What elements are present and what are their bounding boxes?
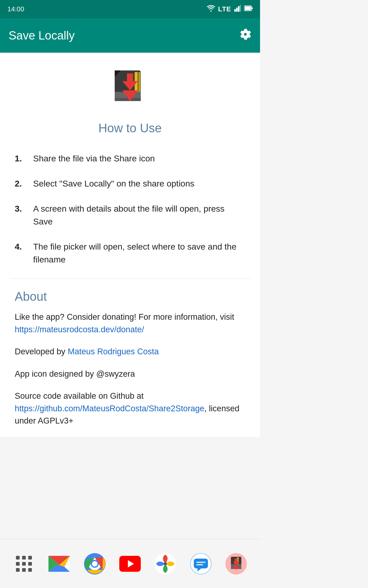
youtube-icon[interactable]: [118, 552, 142, 576]
step-number-2: 2.: [15, 177, 33, 190]
status-icons: LTE: [207, 5, 253, 13]
source-code-link[interactable]: https://github.com/MateusRodCosta/Share2…: [15, 404, 204, 413]
about-developer-text: Developed by: [15, 347, 65, 356]
svg-rect-30: [194, 559, 208, 568]
svg-rect-6: [251, 7, 253, 9]
pinwheel-icon[interactable]: [153, 552, 178, 576]
svg-rect-32: [196, 562, 205, 563]
svg-rect-33: [196, 564, 203, 565]
svg-rect-1: [234, 9, 236, 12]
about-donate-text: Like the app? Consider donating! For mor…: [15, 312, 234, 322]
step-text-1: Share the file via the Share icon: [33, 152, 155, 165]
step-item-1: 1. Share the file via the Share icon: [15, 146, 245, 171]
apps-grid-icon[interactable]: [12, 552, 36, 576]
steps-list: 1. Share the file via the Share icon 2. …: [10, 146, 250, 272]
svg-rect-3: [238, 6, 240, 12]
gmail-icon[interactable]: [47, 552, 71, 576]
about-icon-designer-paragraph: App icon designed by @swyzera: [10, 368, 250, 390]
step-text-2: Select "Save Locally" on the share optio…: [33, 177, 194, 190]
app-title: Save Locally: [9, 29, 75, 42]
step-text-4: The file picker will open, select where …: [33, 240, 245, 266]
about-donate-paragraph: Like the app? Consider donating! For mor…: [10, 311, 250, 345]
save-locally-dock-icon[interactable]: [224, 552, 248, 576]
svg-rect-2: [236, 8, 238, 12]
step-item-3: 3. A screen with details about the file …: [15, 196, 245, 234]
status-bar: 14:00 LTE: [0, 0, 260, 18]
svg-point-0: [210, 10, 212, 12]
svg-rect-4: [240, 5, 241, 12]
battery-icon: [244, 5, 253, 13]
about-developer-paragraph: Developed by Mateus Rodrigues Costa: [10, 345, 250, 368]
nav-bar: [0, 539, 260, 588]
step-item-2: 2. Select "Save Locally" on the share op…: [15, 171, 245, 196]
developer-link[interactable]: Mateus Rodrigues Costa: [68, 347, 159, 356]
svg-rect-7: [245, 6, 251, 10]
signal-icon: [234, 5, 241, 13]
how-to-use-title: How to Use: [10, 118, 250, 146]
step-number-4: 4.: [15, 240, 33, 253]
svg-rect-13: [115, 98, 141, 101]
main-content: How to Use 1. Share the file via the Sha…: [0, 53, 260, 437]
messages-icon[interactable]: [189, 552, 213, 576]
status-time: 14:00: [7, 5, 24, 13]
svg-point-24: [92, 561, 98, 567]
app-bar: Save Locally: [0, 18, 260, 53]
step-number-1: 1.: [15, 152, 33, 165]
about-title: About: [10, 285, 250, 311]
about-source-prefix: Source code available on Github at: [15, 391, 144, 401]
step-item-4: 4. The file picker will open, select whe…: [15, 234, 245, 272]
wifi-icon: [207, 5, 215, 13]
section-divider: [10, 278, 250, 279]
step-text-3: A screen with details about the file wil…: [33, 202, 245, 228]
lte-label: LTE: [218, 5, 231, 13]
svg-point-28: [164, 562, 167, 565]
settings-icon[interactable]: [239, 28, 251, 43]
step-number-3: 3.: [15, 202, 33, 215]
app-icon: [109, 67, 151, 110]
donate-link[interactable]: https://mateusrodcosta.dev/donate/: [15, 325, 144, 334]
app-icon-container: [10, 53, 250, 118]
chrome-icon[interactable]: [82, 552, 107, 576]
about-source-code-paragraph: Source code available on Github at https…: [10, 390, 250, 437]
